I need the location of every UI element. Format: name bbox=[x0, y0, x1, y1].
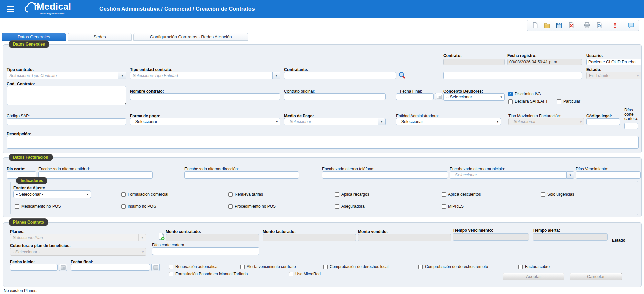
tipo-entidad-combobox[interactable]: Seleccione Tipo Entidad ▼ bbox=[130, 72, 280, 79]
particular-checkbox[interactable] bbox=[557, 99, 561, 104]
monto-facturado-label: Monto facturado: bbox=[263, 229, 296, 234]
alert-icon[interactable] bbox=[611, 22, 619, 29]
tiempo-alerta-input[interactable] bbox=[533, 233, 608, 241]
codigo-legal-input[interactable] bbox=[586, 118, 620, 125]
mipres-label: MIPRES bbox=[448, 204, 464, 209]
comments-icon[interactable] bbox=[627, 22, 635, 29]
alerta-vencimiento-label: Alerta vencimiento contrato bbox=[247, 264, 296, 269]
monto-facturado-input[interactable] bbox=[263, 234, 356, 241]
fecha-registro-input[interactable] bbox=[507, 59, 582, 65]
print-preview-icon[interactable] bbox=[596, 22, 603, 29]
usa-microred-checkbox[interactable] bbox=[289, 272, 293, 276]
app-logo: iMedical Tecnología en salud bbox=[25, 1, 82, 17]
renueva-tarifas-checkbox[interactable] bbox=[228, 192, 233, 197]
formulacion-comercial-checkbox[interactable] bbox=[121, 192, 126, 197]
fecha-final-calendar-icon[interactable] bbox=[435, 93, 443, 100]
fecha-inicio-calendar-icon[interactable] bbox=[59, 264, 67, 271]
section-badge-datos-generales: Datos Generales bbox=[9, 40, 49, 48]
aplica-descuentos-checkbox[interactable] bbox=[442, 192, 446, 197]
enc-municipio-combobox[interactable]: - Seleccionar - ▼ bbox=[450, 171, 574, 179]
fecha-inicio-input[interactable] bbox=[10, 264, 58, 271]
descripcion-textarea[interactable] bbox=[7, 136, 639, 149]
enc-municipio-dropdown-icon[interactable]: ▼ bbox=[566, 171, 574, 179]
cobertura-label: Cobertura o plan de beneficios: bbox=[10, 243, 71, 248]
cobertura-value: - Seleccionar - bbox=[13, 249, 40, 254]
tipo-contrato-dropdown-icon[interactable]: ▼ bbox=[118, 72, 126, 79]
medicamento-no-pos-checkbox[interactable] bbox=[15, 204, 19, 209]
tipo-contrato-combobox[interactable]: Seleccione Tipo Contrato ▼ bbox=[7, 72, 126, 79]
estado-select[interactable]: En Trámitev bbox=[586, 72, 641, 79]
open-folder-icon[interactable] bbox=[543, 22, 551, 29]
entidad-administradora-select[interactable]: - Seleccionar -▾ bbox=[396, 118, 501, 125]
renovacion-automatica-checkbox[interactable] bbox=[169, 265, 173, 269]
tiempo-alerta-label: Tiempo alerta: bbox=[533, 228, 560, 233]
nombre-contrato-input[interactable] bbox=[130, 93, 280, 100]
enc-direccion-input[interactable] bbox=[184, 171, 299, 179]
tab-sedes[interactable]: Sedes bbox=[68, 33, 132, 41]
tab-configuracion-contratos[interactable]: Configuración Contratos - Redes Atención bbox=[133, 33, 248, 41]
medicamento-no-pos-label: Medicamento no POS bbox=[21, 204, 61, 209]
solo-urgencias-checkbox[interactable] bbox=[541, 192, 545, 197]
cod-contrato-textarea[interactable] bbox=[7, 86, 126, 105]
search-icon[interactable] bbox=[398, 71, 406, 79]
tipo-entidad-dropdown-icon[interactable]: ▼ bbox=[272, 72, 280, 79]
delete-document-icon[interactable] bbox=[568, 22, 575, 29]
factor-ajuste-label: Factor de Ajuste bbox=[13, 186, 45, 190]
monto-vendido-input[interactable] bbox=[358, 234, 451, 241]
comprobacion-local-label: Comprobación de derechos local bbox=[330, 264, 388, 269]
contrato-original-input[interactable] bbox=[284, 93, 386, 100]
aplica-recargos-checkbox[interactable] bbox=[335, 192, 339, 197]
planes-combobox[interactable]: Seleccione Plan ▼ bbox=[10, 234, 146, 241]
usa-microred-checkbox-item: Usa MicroRed bbox=[289, 272, 321, 276]
save-icon[interactable] bbox=[555, 22, 563, 29]
factura-cobro-checkbox[interactable] bbox=[518, 265, 523, 269]
planes-dropdown-icon[interactable]: ▼ bbox=[138, 234, 146, 241]
contrato-input[interactable] bbox=[443, 59, 505, 65]
comprobacion-remoto-checkbox[interactable] bbox=[418, 265, 423, 269]
tipo-contrato-label: Tipo contrato: bbox=[7, 67, 34, 72]
formulacion-manual-checkbox[interactable] bbox=[169, 272, 173, 276]
tiempo-vencimiento-input[interactable] bbox=[453, 233, 529, 241]
comprobacion-local-checkbox[interactable] bbox=[323, 265, 328, 269]
plan-estado-checkbox[interactable] bbox=[630, 237, 630, 243]
cobertura-select[interactable]: - Seleccionar -v bbox=[10, 248, 146, 256]
aseguradora-checkbox[interactable] bbox=[335, 204, 339, 209]
enc-entidad-input[interactable] bbox=[38, 171, 153, 179]
cancelar-button[interactable]: Cancelar bbox=[570, 273, 622, 280]
dias-corte-cartera-input[interactable] bbox=[624, 123, 638, 129]
aceptar-button[interactable]: Aceptar bbox=[503, 273, 564, 280]
insumo-no-pos-checkbox[interactable] bbox=[121, 204, 126, 209]
medio-pago-combobox[interactable]: - Seleccionar - ▼ bbox=[284, 118, 386, 125]
concepto-deudores-select[interactable]: -- Seleccionar▾ bbox=[443, 93, 505, 101]
dias-vencimiento-input[interactable] bbox=[576, 171, 641, 179]
alerta-vencimiento-checkbox[interactable] bbox=[240, 265, 245, 269]
new-document-icon[interactable] bbox=[531, 22, 539, 29]
codigo-sap-input[interactable] bbox=[7, 118, 126, 125]
hamburger-menu-icon[interactable] bbox=[7, 5, 16, 13]
factor-ajuste-select[interactable]: - Seleccionar -▾ bbox=[13, 190, 91, 198]
declara-sarlaft-checkbox[interactable] bbox=[508, 99, 513, 104]
forma-pago-select[interactable]: - Seleccionar -▾ bbox=[130, 118, 280, 125]
tipo-movimiento-select[interactable]: - Seleccionar -v bbox=[508, 118, 584, 125]
add-plan-icon[interactable] bbox=[158, 233, 165, 241]
monto-contratado-input[interactable] bbox=[166, 234, 259, 241]
mipres-checkbox[interactable] bbox=[442, 204, 446, 209]
medio-pago-dropdown-icon[interactable]: ▼ bbox=[378, 118, 386, 125]
procedimiento-no-pos-checkbox[interactable] bbox=[228, 204, 233, 209]
print-icon[interactable] bbox=[583, 22, 591, 29]
tab-datos-generales[interactable]: Datos Generales bbox=[2, 33, 66, 41]
fecha-final-input[interactable] bbox=[396, 93, 434, 100]
contratante-nombre-input[interactable] bbox=[443, 72, 582, 79]
plan-fecha-final-input[interactable] bbox=[71, 264, 150, 271]
monto-contratado-label: Monto contratado: bbox=[166, 229, 201, 234]
contrato-label: Contrato: bbox=[443, 53, 462, 58]
top-header-bar: iMedical Tecnología en salud Gestión Adm… bbox=[0, 0, 644, 18]
discrimina-iva-checkbox[interactable] bbox=[508, 92, 513, 96]
planes-label: Planes: bbox=[10, 229, 25, 234]
usuario-input[interactable] bbox=[586, 59, 641, 65]
contratante-input[interactable] bbox=[284, 72, 396, 79]
plan-dias-corte-cartera-input[interactable] bbox=[152, 247, 259, 255]
enc-telefono-input[interactable] bbox=[322, 171, 448, 179]
plan-fecha-final-calendar-icon[interactable] bbox=[151, 264, 160, 271]
solo-urgencias-label: Solo urgencias bbox=[547, 192, 574, 197]
